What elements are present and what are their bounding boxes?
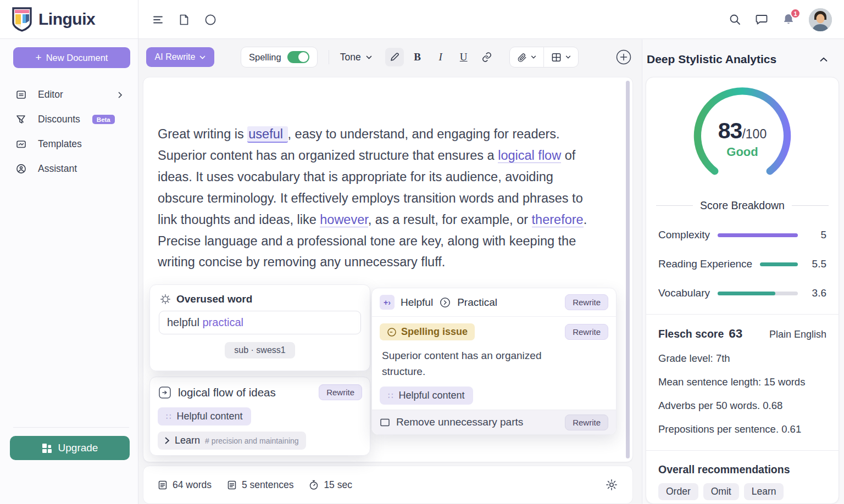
logical-flow-popup: logical flow of ideas Rewrite ∷ Helpful … [149, 377, 370, 456]
table-dropdown[interactable] [544, 47, 578, 67]
sentence-count-label: 5 sentences [242, 479, 293, 491]
new-document-button[interactable]: + New Document [13, 47, 130, 68]
option-helpful[interactable]: Helpful [401, 296, 433, 309]
editor-scrollbar[interactable] [626, 81, 630, 458]
helpful-content-tag[interactable]: ∷ Helpful content [380, 387, 473, 405]
metric-bar [718, 292, 798, 295]
search-icon[interactable] [729, 13, 741, 26]
recommendations-title: Overall recommendations [646, 451, 839, 476]
rewrite-button[interactable]: Rewrite [565, 294, 608, 310]
dots-icon: ∷ [388, 391, 394, 401]
gear-icon [605, 478, 618, 491]
collapse-panel-button[interactable] [820, 57, 828, 62]
grade-level: Grade level: 7th [646, 352, 839, 365]
plus-icon: + [36, 52, 42, 64]
chat-icon[interactable] [755, 13, 768, 26]
flow-icon [158, 385, 172, 400]
sidebar-item-label: Discounts [38, 114, 80, 125]
flesch-level: Plain English [769, 329, 826, 340]
sidebar-item-discounts[interactable]: Discounts Beta [0, 107, 138, 132]
pen-button[interactable] [385, 48, 404, 66]
add-block-button[interactable] [615, 49, 632, 65]
italic-button[interactable]: I [431, 48, 450, 66]
sidebar-item-editor[interactable]: Editor [0, 82, 138, 107]
flesch-label: Flesch score [658, 328, 724, 340]
document-icon [158, 480, 168, 490]
document-text[interactable]: Great writing is useful , easy to unders… [158, 124, 601, 273]
spelling-issue-row: Spelling issue Rewrite [372, 317, 616, 340]
learn-action[interactable]: Learn # precision and maintaining [158, 432, 306, 450]
remove-parts-action[interactable]: Remove unnecessary parts Rewrite [372, 410, 616, 434]
sidebar-item-label: Editor [38, 89, 63, 100]
contrast-icon[interactable] [204, 14, 216, 26]
issue-label: Spelling issue [401, 326, 468, 338]
recommendation-learn[interactable]: Learn [744, 483, 784, 500]
sidebar-item-assistant[interactable]: Assistant [0, 156, 138, 181]
avatar[interactable] [809, 8, 832, 31]
highlighted-word-useful[interactable]: useful [247, 126, 287, 143]
editor-toolbar: AI Rewrite Spelling Tone B I [138, 46, 642, 68]
chevron-down-icon [199, 55, 206, 59]
chevron-down-icon [531, 55, 536, 59]
link-button[interactable] [477, 48, 496, 66]
helpful-content-tag[interactable]: ∷ Helpful content [158, 407, 251, 425]
word-count: 64 words [158, 479, 212, 491]
rewrite-button[interactable]: Rewrite [565, 415, 608, 430]
highlighted-word-however[interactable]: however [320, 212, 368, 227]
popup-title: Overused word [176, 293, 252, 305]
score-value: 83 [718, 118, 742, 144]
toggle-knob [298, 52, 308, 62]
text-segment: , as a result, for example, or [368, 212, 532, 227]
breakdown-row-reading: Reading Experience 5.5 [646, 258, 839, 270]
recommendation-omit[interactable]: Omit [703, 483, 739, 500]
notifications-bell-icon[interactable]: 1 [782, 13, 795, 26]
suggested-word[interactable]: practical [203, 316, 243, 328]
overused-word: helpful [167, 316, 203, 328]
word-meta-chip[interactable]: sub · swess1 [225, 342, 295, 359]
ai-rewrite-label: AI Rewrite [155, 52, 196, 62]
link-icon [481, 52, 492, 63]
center-column: AI Rewrite Spelling Tone B I [138, 40, 642, 504]
rewrite-button[interactable]: Rewrite [319, 384, 362, 400]
tag-label: Helpful content [177, 411, 243, 422]
metric-label: Vocabulary [658, 287, 710, 299]
brand-name: Linguix [38, 10, 95, 29]
document-icon [227, 480, 237, 490]
editor-settings-button[interactable] [605, 478, 618, 491]
underline-button[interactable]: U [454, 48, 473, 66]
metric-bar [718, 233, 798, 237]
bold-button[interactable]: B [408, 48, 427, 66]
spelling-issue-chip[interactable]: Spelling issue [380, 323, 475, 340]
highlighted-phrase-logical-flow[interactable]: logical flow [498, 148, 561, 163]
option-practical[interactable]: Practical [457, 296, 497, 309]
attachment-dropdown[interactable] [510, 47, 543, 67]
metric-value: 5.5 [806, 258, 826, 270]
score-breakdown-header: Score Breakdown [646, 199, 839, 212]
flesch-value: 63 [729, 327, 742, 341]
upgrade-button[interactable]: Upgrade [10, 436, 130, 460]
plus-circle-icon [615, 49, 632, 65]
new-page-icon[interactable] [179, 14, 190, 26]
score-gauge: 83 /100 Good [646, 86, 839, 192]
spelling-toggle[interactable] [287, 51, 309, 63]
format-buttons: B I U [385, 48, 496, 66]
recommendation-order[interactable]: Order [658, 483, 698, 500]
overused-word-field[interactable]: helpful practical [159, 311, 361, 334]
paperclip-icon [517, 52, 527, 63]
rewrite-button[interactable]: Rewrite [565, 324, 608, 340]
issue-circle-icon [387, 327, 397, 337]
score-breakdown-title: Score Breakdown [700, 199, 785, 212]
logo[interactable]: Linguix [0, 0, 138, 39]
breakdown-row-complexity: Complexity 5 [646, 229, 839, 241]
text-segment: Great writing is [158, 127, 247, 141]
flow-title: logical flow of ideas [178, 386, 276, 399]
ai-rewrite-button[interactable]: AI Rewrite [146, 47, 214, 67]
read-time-label: 15 sec [324, 479, 352, 491]
sidebar-item-label: Templates [38, 138, 82, 150]
menu-icon[interactable] [153, 15, 164, 25]
new-document-label: New Document [46, 53, 108, 63]
highlighted-word-therefore[interactable]: therefore [532, 212, 584, 227]
table-icon [551, 52, 562, 63]
tone-dropdown[interactable]: Tone [340, 52, 372, 63]
sidebar-item-templates[interactable]: Templates [0, 132, 138, 156]
